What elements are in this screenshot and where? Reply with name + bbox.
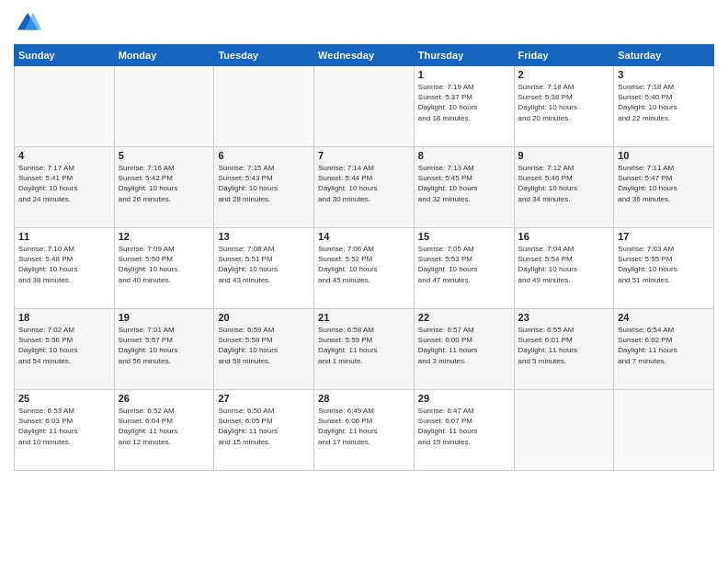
- weekday-header: Wednesday: [314, 45, 415, 66]
- day-info: Sunrise: 6:47 AM Sunset: 6:07 PM Dayligh…: [418, 406, 510, 447]
- day-number: 10: [618, 150, 710, 161]
- day-info: Sunrise: 7:19 AM Sunset: 5:37 PM Dayligh…: [418, 82, 510, 123]
- day-info: Sunrise: 7:10 AM Sunset: 5:48 PM Dayligh…: [18, 244, 110, 285]
- calendar-cell: 26Sunrise: 6:52 AM Sunset: 6:04 PM Dayli…: [114, 390, 214, 471]
- calendar-cell: 13Sunrise: 7:08 AM Sunset: 5:51 PM Dayli…: [214, 228, 314, 309]
- day-info: Sunrise: 7:05 AM Sunset: 5:53 PM Dayligh…: [418, 244, 510, 285]
- logo: [14, 9, 45, 37]
- day-number: 26: [119, 393, 210, 404]
- calendar-cell: 5Sunrise: 7:16 AM Sunset: 5:42 PM Daylig…: [114, 147, 214, 228]
- day-number: 4: [18, 150, 110, 161]
- day-info: Sunrise: 7:18 AM Sunset: 5:38 PM Dayligh…: [518, 82, 610, 123]
- calendar-cell: 19Sunrise: 7:01 AM Sunset: 5:57 PM Dayli…: [114, 309, 214, 390]
- calendar-week-row: 18Sunrise: 7:02 AM Sunset: 5:56 PM Dayli…: [15, 309, 714, 390]
- calendar-cell: 22Sunrise: 6:57 AM Sunset: 6:00 PM Dayli…: [414, 309, 514, 390]
- day-info: Sunrise: 7:17 AM Sunset: 5:41 PM Dayligh…: [18, 163, 110, 204]
- day-info: Sunrise: 6:52 AM Sunset: 6:04 PM Dayligh…: [119, 406, 210, 447]
- calendar-week-row: 4Sunrise: 7:17 AM Sunset: 5:41 PM Daylig…: [15, 147, 714, 228]
- day-info: Sunrise: 7:06 AM Sunset: 5:52 PM Dayligh…: [318, 244, 410, 285]
- calendar-cell: [514, 390, 614, 471]
- day-number: 13: [218, 231, 310, 242]
- calendar-cell: [114, 66, 214, 147]
- day-info: Sunrise: 7:11 AM Sunset: 5:47 PM Dayligh…: [618, 163, 710, 204]
- day-info: Sunrise: 7:01 AM Sunset: 5:57 PM Dayligh…: [119, 325, 210, 366]
- calendar-week-row: 1Sunrise: 7:19 AM Sunset: 5:37 PM Daylig…: [15, 66, 714, 147]
- page: SundayMondayTuesdayWednesdayThursdayFrid…: [0, 0, 728, 563]
- calendar-cell: 25Sunrise: 6:53 AM Sunset: 6:03 PM Dayli…: [15, 390, 115, 471]
- weekday-header: Thursday: [414, 45, 514, 66]
- calendar-cell: [614, 390, 714, 471]
- calendar-cell: 1Sunrise: 7:19 AM Sunset: 5:37 PM Daylig…: [414, 66, 514, 147]
- calendar-cell: 2Sunrise: 7:18 AM Sunset: 5:38 PM Daylig…: [514, 66, 614, 147]
- calendar-cell: 10Sunrise: 7:11 AM Sunset: 5:47 PM Dayli…: [614, 147, 714, 228]
- calendar-week-row: 11Sunrise: 7:10 AM Sunset: 5:48 PM Dayli…: [15, 228, 714, 309]
- calendar-cell: 8Sunrise: 7:13 AM Sunset: 5:45 PM Daylig…: [414, 147, 514, 228]
- day-number: 28: [318, 393, 410, 404]
- weekday-header: Tuesday: [214, 45, 314, 66]
- weekday-header: Friday: [514, 45, 614, 66]
- day-info: Sunrise: 7:08 AM Sunset: 5:51 PM Dayligh…: [218, 244, 310, 285]
- day-info: Sunrise: 7:13 AM Sunset: 5:45 PM Dayligh…: [418, 163, 510, 204]
- day-number: 23: [518, 312, 610, 323]
- day-info: Sunrise: 7:09 AM Sunset: 5:50 PM Dayligh…: [119, 244, 210, 285]
- day-info: Sunrise: 7:02 AM Sunset: 5:56 PM Dayligh…: [18, 325, 110, 366]
- calendar-cell: 21Sunrise: 6:58 AM Sunset: 5:59 PM Dayli…: [314, 309, 415, 390]
- day-info: Sunrise: 6:50 AM Sunset: 6:05 PM Dayligh…: [218, 406, 310, 447]
- day-info: Sunrise: 7:14 AM Sunset: 5:44 PM Dayligh…: [318, 163, 410, 204]
- day-number: 21: [318, 312, 410, 323]
- day-info: Sunrise: 7:15 AM Sunset: 5:43 PM Dayligh…: [218, 163, 310, 204]
- day-number: 12: [119, 231, 210, 242]
- day-info: Sunrise: 7:04 AM Sunset: 5:54 PM Dayligh…: [518, 244, 610, 285]
- calendar-cell: 18Sunrise: 7:02 AM Sunset: 5:56 PM Dayli…: [15, 309, 115, 390]
- weekday-header: Sunday: [15, 45, 115, 66]
- day-info: Sunrise: 6:49 AM Sunset: 6:06 PM Dayligh…: [318, 406, 410, 447]
- day-info: Sunrise: 7:16 AM Sunset: 5:42 PM Dayligh…: [119, 163, 210, 204]
- day-info: Sunrise: 6:58 AM Sunset: 5:59 PM Dayligh…: [318, 325, 410, 366]
- calendar-cell: [15, 66, 115, 147]
- day-number: 11: [18, 231, 110, 242]
- calendar-cell: 4Sunrise: 7:17 AM Sunset: 5:41 PM Daylig…: [15, 147, 115, 228]
- day-number: 8: [418, 150, 510, 161]
- day-number: 24: [618, 312, 710, 323]
- day-number: 27: [218, 393, 310, 404]
- day-number: 7: [318, 150, 410, 161]
- calendar-cell: 12Sunrise: 7:09 AM Sunset: 5:50 PM Dayli…: [114, 228, 214, 309]
- calendar-cell: 16Sunrise: 7:04 AM Sunset: 5:54 PM Dayli…: [514, 228, 614, 309]
- day-number: 14: [318, 231, 410, 242]
- header: [14, 9, 714, 37]
- day-info: Sunrise: 6:59 AM Sunset: 5:58 PM Dayligh…: [218, 325, 310, 366]
- day-number: 6: [218, 150, 310, 161]
- calendar-cell: 17Sunrise: 7:03 AM Sunset: 5:55 PM Dayli…: [614, 228, 714, 309]
- weekday-header: Monday: [114, 45, 214, 66]
- day-info: Sunrise: 7:03 AM Sunset: 5:55 PM Dayligh…: [618, 244, 710, 285]
- logo-icon: [14, 9, 41, 37]
- calendar-cell: 27Sunrise: 6:50 AM Sunset: 6:05 PM Dayli…: [214, 390, 314, 471]
- day-number: 1: [418, 69, 510, 80]
- day-info: Sunrise: 7:18 AM Sunset: 5:40 PM Dayligh…: [618, 82, 710, 123]
- calendar-cell: 14Sunrise: 7:06 AM Sunset: 5:52 PM Dayli…: [314, 228, 415, 309]
- calendar-cell: 15Sunrise: 7:05 AM Sunset: 5:53 PM Dayli…: [414, 228, 514, 309]
- day-number: 2: [518, 69, 610, 80]
- day-number: 3: [618, 69, 710, 80]
- day-number: 5: [119, 150, 210, 161]
- day-info: Sunrise: 6:54 AM Sunset: 6:02 PM Dayligh…: [618, 325, 710, 366]
- calendar-cell: [214, 66, 314, 147]
- calendar-cell: 11Sunrise: 7:10 AM Sunset: 5:48 PM Dayli…: [15, 228, 115, 309]
- weekday-header: Saturday: [614, 45, 714, 66]
- calendar-week-row: 25Sunrise: 6:53 AM Sunset: 6:03 PM Dayli…: [15, 390, 714, 471]
- day-number: 29: [418, 393, 510, 404]
- calendar-cell: 28Sunrise: 6:49 AM Sunset: 6:06 PM Dayli…: [314, 390, 415, 471]
- day-number: 19: [119, 312, 210, 323]
- calendar-cell: 9Sunrise: 7:12 AM Sunset: 5:46 PM Daylig…: [514, 147, 614, 228]
- day-number: 18: [18, 312, 110, 323]
- day-info: Sunrise: 6:55 AM Sunset: 6:01 PM Dayligh…: [518, 325, 610, 366]
- day-number: 9: [518, 150, 610, 161]
- calendar-table: SundayMondayTuesdayWednesdayThursdayFrid…: [14, 44, 714, 471]
- calendar-cell: 6Sunrise: 7:15 AM Sunset: 5:43 PM Daylig…: [214, 147, 314, 228]
- calendar-cell: 3Sunrise: 7:18 AM Sunset: 5:40 PM Daylig…: [614, 66, 714, 147]
- day-number: 22: [418, 312, 510, 323]
- calendar-cell: 24Sunrise: 6:54 AM Sunset: 6:02 PM Dayli…: [614, 309, 714, 390]
- day-number: 25: [18, 393, 110, 404]
- calendar-cell: 29Sunrise: 6:47 AM Sunset: 6:07 PM Dayli…: [414, 390, 514, 471]
- day-info: Sunrise: 6:57 AM Sunset: 6:00 PM Dayligh…: [418, 325, 510, 366]
